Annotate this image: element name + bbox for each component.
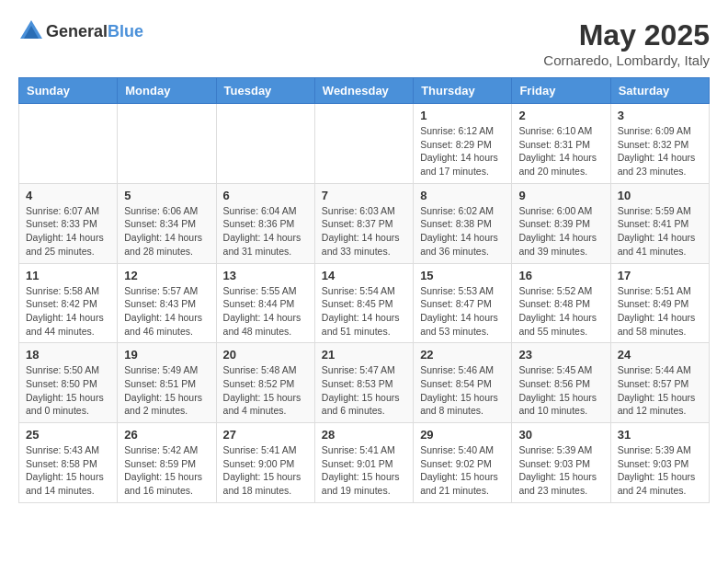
day-number: 28 [322, 428, 406, 442]
table-row: 19Sunrise: 5:49 AM Sunset: 8:51 PM Dayli… [118, 343, 216, 423]
table-row: 17Sunrise: 5:51 AM Sunset: 8:49 PM Dayli… [610, 263, 709, 343]
day-info: Sunrise: 5:51 AM Sunset: 8:49 PM Dayligh… [618, 284, 702, 339]
table-row: 12Sunrise: 5:57 AM Sunset: 8:43 PM Dayli… [118, 263, 216, 343]
day-info: Sunrise: 6:04 AM Sunset: 8:36 PM Dayligh… [223, 204, 308, 259]
weekday-header-row: Sunday Monday Tuesday Wednesday Thursday… [19, 78, 710, 104]
week-row-1: 1Sunrise: 6:12 AM Sunset: 8:29 PM Daylig… [19, 104, 710, 184]
day-number: 3 [618, 109, 702, 122]
table-row: 31Sunrise: 5:39 AM Sunset: 9:03 PM Dayli… [610, 423, 709, 503]
table-row [314, 104, 413, 184]
day-info: Sunrise: 6:02 AM Sunset: 8:38 PM Dayligh… [420, 204, 505, 259]
day-info: Sunrise: 5:45 AM Sunset: 8:56 PM Dayligh… [518, 363, 603, 418]
table-row: 1Sunrise: 6:12 AM Sunset: 8:29 PM Daylig… [414, 104, 512, 184]
day-info: Sunrise: 5:59 AM Sunset: 8:41 PM Dayligh… [618, 204, 702, 259]
table-row: 6Sunrise: 6:04 AM Sunset: 8:36 PM Daylig… [216, 183, 314, 263]
table-row: 27Sunrise: 5:41 AM Sunset: 9:00 PM Dayli… [216, 423, 314, 503]
day-number: 30 [518, 428, 603, 442]
day-number: 8 [420, 189, 505, 202]
day-number: 20 [223, 348, 308, 362]
title-section: May 2025 Cornaredo, Lombardy, Italy [543, 18, 710, 68]
table-row: 14Sunrise: 5:54 AM Sunset: 8:45 PM Dayli… [314, 263, 413, 343]
table-row: 4Sunrise: 6:07 AM Sunset: 8:33 PM Daylig… [19, 183, 118, 263]
day-number: 22 [420, 348, 505, 362]
day-info: Sunrise: 6:06 AM Sunset: 8:34 PM Dayligh… [124, 204, 209, 259]
day-info: Sunrise: 6:10 AM Sunset: 8:31 PM Dayligh… [518, 124, 603, 178]
header-tuesday: Tuesday [216, 78, 314, 104]
table-row: 25Sunrise: 5:43 AM Sunset: 8:58 PM Dayli… [19, 423, 118, 503]
day-info: Sunrise: 5:39 AM Sunset: 9:03 PM Dayligh… [618, 443, 702, 498]
day-info: Sunrise: 5:42 AM Sunset: 8:59 PM Dayligh… [124, 443, 209, 498]
day-info: Sunrise: 5:58 AM Sunset: 8:42 PM Dayligh… [26, 284, 110, 339]
logo-general: General [46, 22, 108, 40]
day-number: 13 [223, 269, 308, 282]
header-wednesday: Wednesday [314, 78, 413, 104]
table-row [118, 104, 216, 184]
logo: GeneralBlue [18, 18, 143, 44]
day-info: Sunrise: 5:43 AM Sunset: 8:58 PM Dayligh… [26, 443, 110, 498]
day-number: 6 [223, 189, 308, 202]
day-info: Sunrise: 6:12 AM Sunset: 8:29 PM Dayligh… [420, 124, 505, 178]
day-number: 31 [618, 428, 702, 442]
day-number: 1 [420, 109, 505, 122]
header-sunday: Sunday [19, 78, 118, 104]
table-row: 20Sunrise: 5:48 AM Sunset: 8:52 PM Dayli… [216, 343, 314, 423]
table-row: 15Sunrise: 5:53 AM Sunset: 8:47 PM Dayli… [414, 263, 512, 343]
day-number: 19 [124, 348, 209, 362]
day-number: 27 [223, 428, 308, 442]
day-number: 23 [518, 348, 603, 362]
day-info: Sunrise: 5:49 AM Sunset: 8:51 PM Dayligh… [124, 363, 209, 418]
table-row [216, 104, 314, 184]
table-row: 21Sunrise: 5:47 AM Sunset: 8:53 PM Dayli… [314, 343, 413, 423]
day-info: Sunrise: 5:41 AM Sunset: 9:00 PM Dayligh… [223, 443, 308, 498]
day-number: 11 [26, 269, 110, 282]
header-saturday: Saturday [610, 78, 709, 104]
page-header: GeneralBlue May 2025 Cornaredo, Lombardy… [18, 18, 710, 68]
day-number: 12 [124, 269, 209, 282]
table-row: 16Sunrise: 5:52 AM Sunset: 8:48 PM Dayli… [512, 263, 610, 343]
day-number: 16 [518, 269, 603, 282]
day-info: Sunrise: 5:57 AM Sunset: 8:43 PM Dayligh… [124, 284, 209, 339]
calendar: Sunday Monday Tuesday Wednesday Thursday… [18, 77, 710, 503]
week-row-4: 18Sunrise: 5:50 AM Sunset: 8:50 PM Dayli… [19, 343, 710, 423]
table-row: 18Sunrise: 5:50 AM Sunset: 8:50 PM Dayli… [19, 343, 118, 423]
table-row: 10Sunrise: 5:59 AM Sunset: 8:41 PM Dayli… [610, 183, 709, 263]
day-info: Sunrise: 5:54 AM Sunset: 8:45 PM Dayligh… [322, 284, 406, 339]
day-number: 15 [420, 269, 505, 282]
day-number: 25 [26, 428, 110, 442]
day-info: Sunrise: 5:46 AM Sunset: 8:54 PM Dayligh… [420, 363, 505, 418]
day-number: 4 [26, 189, 110, 202]
table-row: 2Sunrise: 6:10 AM Sunset: 8:31 PM Daylig… [512, 104, 610, 184]
table-row: 13Sunrise: 5:55 AM Sunset: 8:44 PM Dayli… [216, 263, 314, 343]
day-number: 29 [420, 428, 505, 442]
day-info: Sunrise: 5:53 AM Sunset: 8:47 PM Dayligh… [420, 284, 505, 339]
logo-icon [18, 18, 44, 44]
day-number: 7 [322, 189, 406, 202]
day-number: 9 [518, 189, 603, 202]
day-number: 14 [322, 269, 406, 282]
table-row: 5Sunrise: 6:06 AM Sunset: 8:34 PM Daylig… [118, 183, 216, 263]
day-number: 21 [322, 348, 406, 362]
day-info: Sunrise: 5:40 AM Sunset: 9:02 PM Dayligh… [420, 443, 505, 498]
day-number: 5 [124, 189, 209, 202]
day-info: Sunrise: 6:09 AM Sunset: 8:32 PM Dayligh… [618, 124, 702, 178]
table-row [19, 104, 118, 184]
day-info: Sunrise: 6:00 AM Sunset: 8:39 PM Dayligh… [518, 204, 603, 259]
week-row-5: 25Sunrise: 5:43 AM Sunset: 8:58 PM Dayli… [19, 423, 710, 503]
table-row: 26Sunrise: 5:42 AM Sunset: 8:59 PM Dayli… [118, 423, 216, 503]
header-monday: Monday [118, 78, 216, 104]
day-number: 17 [618, 269, 702, 282]
table-row: 7Sunrise: 6:03 AM Sunset: 8:37 PM Daylig… [314, 183, 413, 263]
header-thursday: Thursday [414, 78, 512, 104]
day-info: Sunrise: 6:07 AM Sunset: 8:33 PM Dayligh… [26, 204, 110, 259]
day-number: 10 [618, 189, 702, 202]
day-info: Sunrise: 6:03 AM Sunset: 8:37 PM Dayligh… [322, 204, 406, 259]
day-number: 18 [26, 348, 110, 362]
day-info: Sunrise: 5:41 AM Sunset: 9:01 PM Dayligh… [322, 443, 406, 498]
table-row: 8Sunrise: 6:02 AM Sunset: 8:38 PM Daylig… [414, 183, 512, 263]
week-row-2: 4Sunrise: 6:07 AM Sunset: 8:33 PM Daylig… [19, 183, 710, 263]
day-info: Sunrise: 5:39 AM Sunset: 9:03 PM Dayligh… [518, 443, 603, 498]
day-number: 2 [518, 109, 603, 122]
header-friday: Friday [512, 78, 610, 104]
day-info: Sunrise: 5:55 AM Sunset: 8:44 PM Dayligh… [223, 284, 308, 339]
table-row: 24Sunrise: 5:44 AM Sunset: 8:57 PM Dayli… [610, 343, 709, 423]
